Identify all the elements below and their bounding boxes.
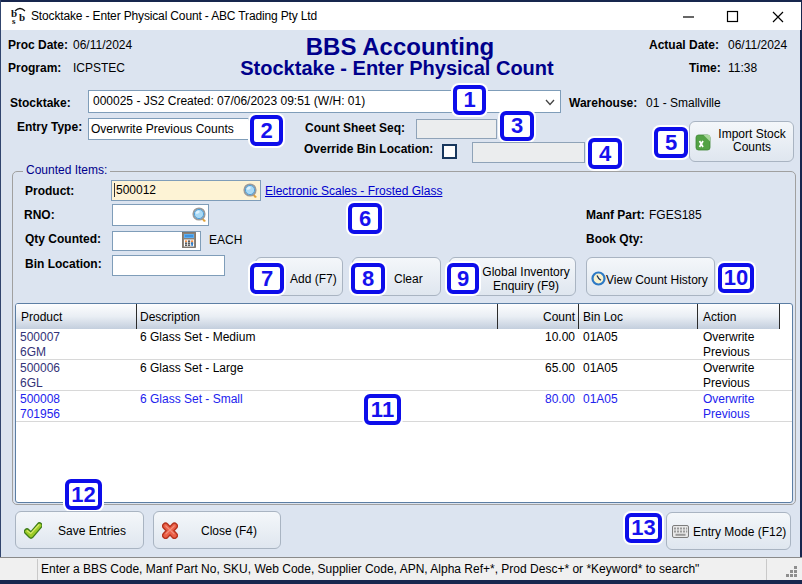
svg-text:b: b — [19, 11, 25, 23]
svg-text:s: s — [12, 16, 16, 25]
